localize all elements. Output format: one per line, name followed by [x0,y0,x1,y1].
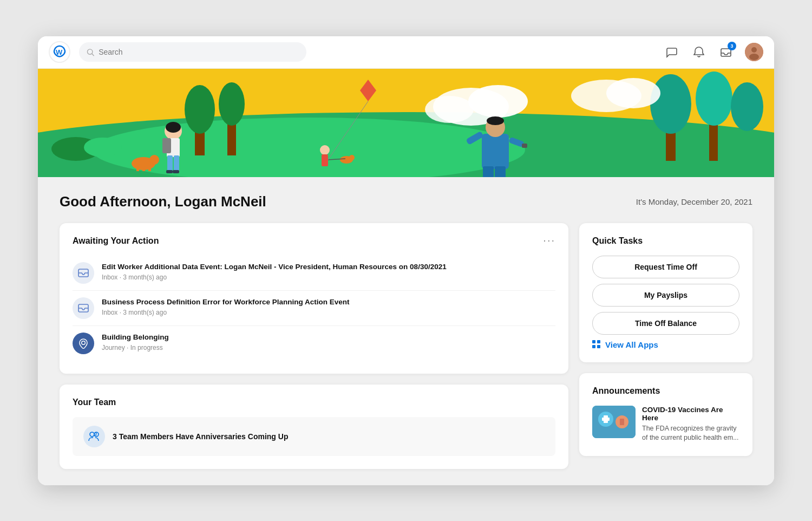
svg-point-23 [468,85,528,118]
right-column: Quick Tasks Request Time Off My Payslips… [579,223,752,456]
hero-banner [38,69,774,177]
svg-rect-30 [142,164,145,171]
awaiting-action-title: Awaiting Your Action [73,236,159,246]
view-all-apps-link[interactable]: View All Apps [592,340,739,349]
time-off-balance-button[interactable]: Time Off Balance [592,312,739,335]
announcement-content: COVID-19 Vaccines Are Here The FDA recog… [642,406,739,443]
journey-icon [73,333,94,354]
columns: Awaiting Your Action ··· Edit Worker [60,223,752,469]
svg-rect-37 [174,155,179,172]
announcements-title: Announcements [592,386,739,396]
your-team-card: Your Team 2 3 Team Members Have Anniv [60,385,568,469]
chat-icon[interactable] [664,44,680,60]
date-text: It's Monday, December 20, 2021 [636,197,752,206]
nav-icons: 3 [664,43,763,61]
svg-point-33 [166,122,181,133]
svg-point-61 [90,432,94,437]
svg-rect-69 [620,419,624,425]
svg-point-14 [219,82,245,126]
action-text-3: Building Belonging Journey · In progress [102,333,555,352]
team-anniversary-text: 3 Team Members Have Anniversaries Coming… [113,432,288,441]
announcements-card: Announcements [579,373,752,456]
inbox-badge: 3 [728,42,736,50]
my-payslips-button[interactable]: My Payslips [592,284,739,307]
svg-point-28 [149,155,159,165]
your-team-title: Your Team [73,398,555,407]
notifications-icon[interactable] [691,44,707,60]
apps-grid-icon [592,340,601,349]
quick-tasks-card: Quick Tasks Request Time Off My Payslips… [579,223,752,362]
svg-rect-36 [167,155,173,172]
svg-point-17 [650,74,691,134]
greeting-row: Good Afternoon, Logan McNeil It's Monday… [60,193,752,210]
svg-point-49 [487,116,504,125]
left-column: Awaiting Your Action ··· Edit Worker [60,223,568,469]
svg-point-21 [84,138,122,157]
announcement-image [592,406,636,438]
search-bar[interactable] [79,42,306,62]
action-item[interactable]: Building Belonging Journey · In progress [73,326,555,361]
svg-text:W: W [56,48,63,56]
workday-logo[interactable]: W [49,41,70,63]
svg-rect-31 [148,164,151,171]
awaiting-action-card: Awaiting Your Action ··· Edit Worker [60,223,568,374]
svg-rect-56 [522,144,527,148]
action-item[interactable]: Edit Worker Additional Data Event: Logan… [73,256,555,291]
action-title-1: Edit Worker Additional Data Event: Logan… [102,262,555,272]
inbox-icon-2 [73,297,94,319]
svg-rect-50 [483,166,494,177]
action-meta-1: Inbox · 3 month(s) ago [102,273,555,281]
search-input[interactable] [99,48,299,56]
action-meta-3: Journey · In progress [102,344,555,351]
svg-line-2 [92,54,94,55]
greeting-text: Good Afternoon, Logan McNeil [60,193,266,210]
quick-tasks-title: Quick Tasks [592,236,739,246]
announcement-title: COVID-19 Vaccines Are Here [642,406,739,422]
announcement-item[interactable]: COVID-19 Vaccines Are Here The FDA recog… [592,406,739,443]
announcement-body: The FDA recognizes the gravity of the cu… [642,424,739,443]
svg-point-13 [185,85,215,134]
main-content: Good Afternoon, Logan McNeil It's Monday… [38,177,774,485]
svg-rect-41 [322,154,328,166]
action-text-1: Edit Worker Additional Data Event: Logan… [102,262,555,282]
svg-rect-51 [495,166,506,177]
card-header: Awaiting Your Action ··· [73,236,555,256]
inbox-nav-icon[interactable]: 3 [718,44,734,60]
team-anniversaries-icon: 2 [83,426,105,447]
top-nav: W [38,36,774,69]
svg-point-24 [425,96,474,123]
svg-rect-39 [173,170,179,173]
action-title-2: Business Process Definition Error for Wo… [102,297,555,308]
action-text-2: Business Process Definition Error for Wo… [102,297,555,317]
view-all-apps-label: View All Apps [605,340,658,349]
svg-point-60 [82,341,85,344]
inbox-icon-1 [73,262,94,284]
search-icon [87,48,94,56]
app-window: W [38,36,774,485]
svg-point-5 [751,47,757,53]
action-meta-2: Inbox · 3 month(s) ago [102,309,555,316]
svg-point-6 [749,54,759,60]
user-avatar[interactable] [745,43,763,61]
svg-rect-67 [602,418,610,421]
svg-rect-35 [162,138,171,153]
request-time-off-button[interactable]: Request Time Off [592,256,739,278]
svg-point-26 [606,78,660,108]
svg-point-43 [349,155,355,160]
svg-text:2: 2 [95,432,97,437]
svg-point-40 [320,145,330,155]
card-menu-dots[interactable]: ··· [543,234,555,246]
svg-rect-47 [482,134,509,169]
team-item[interactable]: 2 3 Team Members Have Anniversaries Comi… [73,417,555,456]
svg-point-18 [696,71,732,126]
svg-rect-29 [136,164,139,171]
action-title-3: Building Belonging [102,333,555,343]
svg-rect-3 [721,49,731,56]
action-item[interactable]: Business Process Definition Error for Wo… [73,291,555,326]
svg-rect-38 [166,170,173,173]
svg-point-19 [731,82,763,131]
